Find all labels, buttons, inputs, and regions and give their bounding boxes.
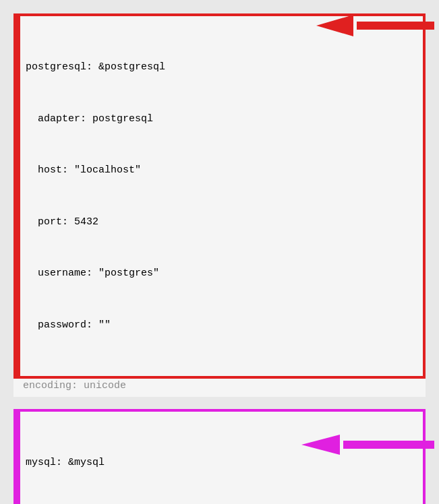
postgres-line-4: username: "postgres" — [26, 265, 413, 282]
main-container: postgresql: &postgresql adapter: postgre… — [13, 13, 426, 504]
mysql-section: mysql: &mysql adapter: mysql2 host: "loc… — [13, 409, 426, 504]
mysql-title: mysql: &mysql — [26, 454, 413, 472]
mysql-box: mysql: &mysql adapter: mysql2 host: "loc… — [13, 409, 426, 504]
mysql-left-bar — [16, 412, 20, 504]
mysql-code-block: mysql: &mysql adapter: mysql2 host: "loc… — [16, 412, 423, 504]
postgres-trailing: encoding: unicode — [13, 379, 426, 397]
postgres-line-3: port: 5432 — [26, 214, 413, 231]
postgres-line-5: password: "" — [26, 317, 413, 334]
postgres-code-block: postgresql: &postgresql adapter: postgre… — [16, 16, 423, 376]
postgres-left-bar — [16, 16, 20, 376]
postgres-line-1: adapter: postgresql — [26, 111, 413, 128]
postgres-box: postgresql: &postgresql adapter: postgre… — [13, 13, 426, 379]
postgres-section: postgresql: &postgresql adapter: postgre… — [13, 13, 426, 397]
postgres-title: postgresql: &postgresql — [26, 59, 413, 76]
postgres-line-2: host: "localhost" — [26, 162, 413, 179]
